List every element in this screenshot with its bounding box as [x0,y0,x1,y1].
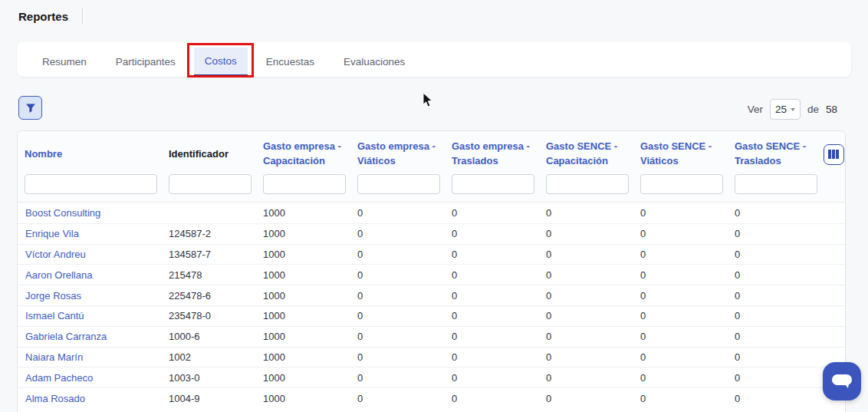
row-identificador: 1002 [162,351,256,363]
row-name-link[interactable]: Boost Consulting [18,207,162,219]
filter-input-gasto-empresa-traslados[interactable] [452,174,534,194]
column-header-nombre[interactable]: Nombre [18,136,162,173]
row-value: 0 [539,331,633,342]
row-value: 0 [633,269,728,281]
row-value: 0 [539,269,633,281]
table-row: Boost Consulting100000000 [18,203,845,223]
table-filter-row [18,173,845,202]
column-header-gasto-sence-capacitacion[interactable]: Gasto SENCE - Capacitación [539,136,633,173]
tab-participantes[interactable]: Participantes [105,48,186,76]
tab-label: Evaluaciones [344,56,405,68]
row-identificador: 134587-7 [162,249,256,260]
filter-input-identificador[interactable] [169,174,252,194]
row-name-link[interactable]: Alma Rosado [18,393,162,404]
tab-bar: ResumenParticipantesCostosEncuestasEvalu… [17,42,851,77]
tab-label: Resumen [42,56,87,68]
chat-bubble-icon [830,371,853,391]
chat-launcher-button[interactable] [823,362,861,400]
column-header-gasto-empresa-traslados[interactable]: Gasto empresa - Traslados [445,136,539,173]
total-count: 58 [826,104,837,115]
page-title: Reportes [18,10,68,23]
filter-input-nombre[interactable] [25,174,157,194]
page-size-control: Ver 25 de 58 [748,99,837,120]
column-header-gasto-sence-viaticos[interactable]: Gasto SENCE - Viáticos [633,136,728,173]
row-value: 0 [633,393,728,404]
row-value: 0 [350,351,445,363]
row-value: 0 [539,290,633,302]
table-row: Aaron Orellana215478100000000 [18,264,845,285]
columns-icon-bar [828,150,831,159]
filter-cell [256,174,350,194]
row-value: 1000 [256,310,350,321]
row-value: 1000 [256,269,350,281]
tab-resumen[interactable]: Resumen [31,48,97,76]
column-header-identificador[interactable]: Identificador [162,136,256,173]
tab-label: Costos [205,55,237,67]
row-name-link[interactable]: Ismael Cantú [18,310,162,321]
page-size-select[interactable]: 25 [770,99,801,120]
funnel-icon [25,103,36,114]
chevron-down-icon [791,108,795,111]
row-value: 1000 [256,372,350,384]
row-value: 1000 [256,228,350,239]
row-name-link[interactable]: Gabriela Carranza [18,331,162,342]
row-value: 0 [350,393,445,404]
filter-input-gasto-sence-traslados[interactable] [735,174,817,194]
filter-input-gasto-empresa-viaticos[interactable] [357,174,440,194]
column-header-gasto-sence-traslados[interactable]: Gasto SENCE - Traslados [728,136,822,173]
row-value: 0 [633,331,728,342]
row-name-link[interactable]: Jorge Rosas [18,290,162,302]
row-value: 0 [728,249,822,260]
row-value: 0 [350,290,445,302]
tab-costos[interactable]: Costos [194,48,248,76]
page-size-value: 25 [775,104,787,115]
filter-cell [18,174,162,194]
row-value: 0 [539,249,633,260]
row-value: 0 [633,372,728,384]
row-name-link[interactable]: Naiara Marín [18,351,162,363]
row-identificador: 124587-2 [162,228,256,239]
row-value: 1000 [256,290,350,302]
row-identificador: 1003-0 [162,372,256,384]
row-value: 1000 [256,393,350,404]
column-header-gasto-empresa-viaticos[interactable]: Gasto empresa - Viáticos [350,136,445,173]
row-value: 0 [728,372,822,384]
filter-input-gasto-empresa-capacitacion[interactable] [263,174,346,194]
table-row: Víctor Andreu134587-7100000000 [18,244,845,265]
row-value: 0 [445,269,539,281]
row-value: 0 [633,228,728,239]
tab-encuestas[interactable]: Encuestas [255,48,325,76]
row-value: 0 [445,228,539,239]
filter-cell [728,174,822,194]
filter-button[interactable] [18,96,42,120]
row-value: 1000 [256,331,350,342]
row-value: 0 [445,207,539,219]
row-name-link[interactable]: Víctor Andreu [18,249,162,260]
filter-cell [633,174,728,194]
row-value: 0 [539,393,633,404]
filter-cell [445,174,539,194]
row-value: 0 [728,393,822,404]
column-visibility-button[interactable] [824,144,844,165]
row-identificador: 1004-9 [162,393,256,404]
table-row: Adam Pacheco1003-0100000000 [18,367,845,387]
row-identificador: 235478-0 [162,310,256,321]
row-value: 0 [539,228,633,239]
tab-evaluaciones[interactable]: Evaluaciones [333,48,416,76]
table-body: Boost Consulting100000000Enrique Vila124… [18,203,845,408]
filter-input-gasto-sence-capacitacion[interactable] [546,174,629,194]
mouse-cursor [422,92,434,111]
row-name-link[interactable]: Adam Pacheco [18,372,162,384]
row-value: 0 [633,207,728,219]
row-value: 0 [539,351,633,363]
row-value: 0 [728,331,822,342]
row-value: 0 [728,228,822,239]
row-value: 0 [633,310,728,321]
row-identificador: 225478-6 [162,290,256,302]
row-value: 0 [445,351,539,363]
row-value: 0 [445,249,539,260]
filter-input-gasto-sence-viaticos[interactable] [640,174,723,194]
row-name-link[interactable]: Aaron Orellana [18,269,162,281]
column-header-gasto-empresa-capacitacion[interactable]: Gasto empresa - Capacitación [256,136,350,173]
row-name-link[interactable]: Enrique Vila [18,228,162,239]
